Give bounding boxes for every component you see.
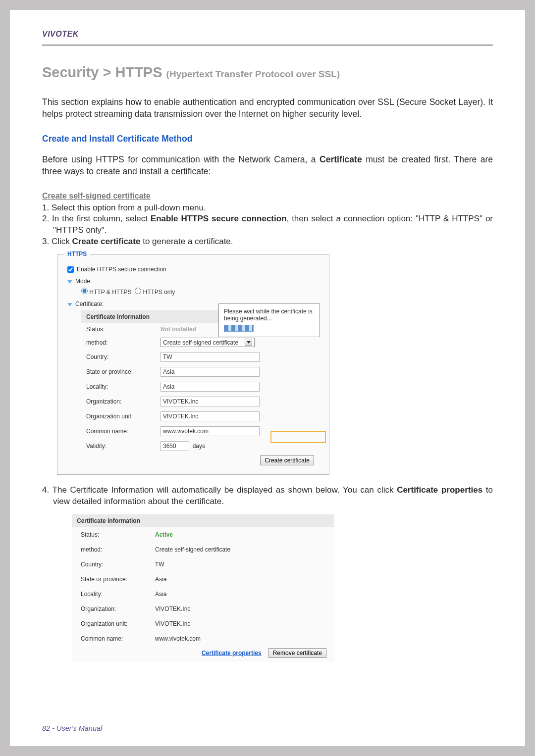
method-label: method: [86,339,160,346]
orgunit-input[interactable]: VIVOTEK.Inc [160,411,260,421]
radio-https-only[interactable] [135,288,141,294]
progress-bar [224,325,254,332]
mode-section: Mode: [67,278,319,285]
brand-bar: VIVOTEK [42,30,493,39]
state-label-2: State or province: [81,576,155,583]
enable-https-checkbox[interactable] [67,266,74,273]
cert-info-result-panel: Certificate information Status:Active me… [72,514,334,662]
state-value-2: Asia [155,576,325,583]
locality-label-2: Locality: [81,591,155,598]
organization-label: Organization: [86,398,160,405]
panel-legend: HTTPS [64,251,90,257]
step-2: 2. In the first column, select Enable HT… [42,213,493,236]
mode-label: Mode: [75,278,92,285]
method-select[interactable]: Create self-signed certificate [160,338,255,347]
status-label-2: Status: [81,531,155,538]
enable-row: Enable HTTPS secure connection [67,266,319,273]
chevron-down-icon [67,303,72,306]
locality-label: Locality: [86,383,160,390]
mode-https-only[interactable]: HTTPS only [135,288,175,296]
mode-http-https[interactable]: HTTP & HTTPS [81,288,131,296]
cert-info-table: Status:Not installed method: Create self… [81,323,319,465]
status-value-2: Active [155,531,325,538]
method-selected: Create self-signed certificate [163,339,238,346]
enable-https-label: Enable HTTPS secure connection [77,266,166,273]
status-label: Status: [86,326,160,333]
commonname-label: Common name: [86,428,160,435]
commonname-input[interactable]: www.vivotek.com [160,426,260,436]
state-label: State or province: [86,368,160,375]
validity-input[interactable]: 3650 [160,441,189,451]
orgunit-label-2: Organization unit: [81,620,155,627]
commonname-value-2: www.vivotek.com [155,635,325,642]
chevron-down-icon [67,280,72,284]
step-3: 3. Click Create certificate to generate … [42,236,493,248]
subsection-heading: Create self-signed certificate [42,192,493,201]
cert-info-header-2: Certificate information [72,514,334,527]
organization-label-2: Organization: [81,605,155,612]
page-title: Security > HTTPS (Hypertext Transfer Pro… [42,64,493,81]
country-label: Country: [86,353,160,360]
step-4: 4. The Certificate Information will auto… [42,485,493,507]
method-label-2: method: [81,546,155,553]
wait-message: Please wait while the certificate is bei… [224,308,315,322]
country-value-2: TW [155,561,325,568]
step-1: 1. Select this option from a pull-down m… [42,202,493,214]
state-input[interactable]: Asia [160,367,260,377]
https-config-panel: HTTPS Enable HTTPS secure connection Mod… [57,254,329,475]
certificate-label: Certificate: [75,301,104,307]
dropdown-arrow-icon [245,339,252,346]
page-footer: 82 - User's Manual [42,724,102,732]
header-divider [42,45,493,46]
mode-options: HTTP & HTTPS HTTPS only [81,288,319,296]
orgunit-label: Organization unit: [86,413,160,420]
organization-input[interactable]: VIVOTEK.Inc [160,397,260,406]
country-input[interactable]: TW [160,352,260,362]
document-page: VIVOTEK Security > HTTPS (Hypertext Tran… [10,10,525,746]
certificate-properties-link[interactable]: Certificate properties [202,650,262,656]
intro-paragraph: This section explains how to enable auth… [42,97,493,120]
commonname-label-2: Common name: [81,635,155,642]
country-label-2: Country: [81,561,155,568]
section-heading: Create and Install Certificate Method [42,134,493,144]
steps-list: 1. Select this option from a pull-down m… [42,202,493,248]
validity-label: Validity: [86,443,160,450]
brand-text: VIVOTEK [42,30,79,38]
validity-unit: days [193,443,205,450]
panel-body: Enable HTTPS secure connection Mode: HTT… [57,255,329,474]
intro2-paragraph: Before using HTTPS for communication wit… [42,154,493,177]
title-main: Security > HTTPS [42,64,166,80]
create-certificate-button[interactable]: Create certificate [260,455,314,465]
remove-certificate-button[interactable]: Remove certificate [268,648,326,658]
locality-value-2: Asia [155,591,325,598]
wait-dialog: Please wait while the certificate is bei… [218,303,320,337]
orgunit-value-2: VIVOTEK.Inc [155,620,325,627]
cert-info-table-2: Status:Active method:Create self-signed … [72,527,334,646]
title-sub: (Hypertext Transfer Protocol over SSL) [166,69,340,79]
radio-http-https[interactable] [81,288,88,294]
method-value-2: Create self-signed certificate [155,546,325,553]
organization-value-2: VIVOTEK.Inc [155,605,325,612]
locality-input[interactable]: Asia [160,382,260,392]
